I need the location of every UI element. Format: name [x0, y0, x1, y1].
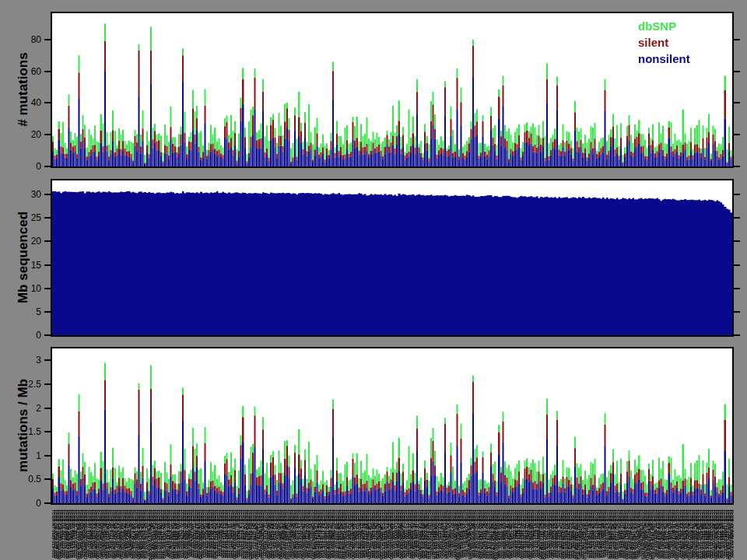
y-axis-label-mutation-counts: # mutations: [16, 4, 31, 175]
y-tick-left: [44, 288, 51, 289]
y-tick-left: [44, 71, 51, 72]
y-tick-left: [44, 383, 51, 385]
y-tick-label: 10: [0, 282, 41, 295]
y-tick-label: 0.5: [0, 473, 41, 485]
y-tick-right: [734, 134, 740, 135]
legend-item-dbsnp: dbSNP: [638, 18, 690, 34]
panel-mb-sequenced: [51, 179, 734, 337]
y-tick-left: [44, 102, 51, 103]
y-tick-right: [734, 194, 740, 195]
y-tick-left: [44, 478, 51, 480]
y-tick-label: 5: [0, 306, 41, 318]
sample-labels-canvas: [50, 509, 734, 560]
y-tick-label: 80: [0, 33, 41, 46]
panel-mutation-counts: [51, 12, 734, 168]
y-tick-label: 40: [0, 96, 41, 109]
y-tick-left: [44, 39, 51, 40]
y-tick-left: [44, 194, 51, 195]
y-tick-label: 1.5: [0, 425, 41, 438]
mb-sequenced-bars-canvas: [52, 180, 732, 335]
y-tick-right: [734, 217, 740, 219]
y-tick-label: 3: [0, 354, 41, 366]
y-tick-left: [44, 359, 51, 361]
y-tick-label: 60: [0, 65, 41, 78]
y-tick-right: [734, 264, 740, 266]
y-tick-left: [44, 334, 51, 336]
y-tick-label: 2.5: [0, 378, 41, 390]
y-tick-left: [44, 311, 51, 313]
y-tick-label: 15: [0, 259, 41, 271]
y-tick-label: 20: [0, 128, 41, 141]
legend-item-nonsilent: nonsilent: [638, 51, 690, 67]
y-tick-left: [44, 217, 51, 219]
y-tick-left: [44, 134, 51, 135]
y-tick-label: 0: [0, 497, 41, 509]
y-tick-right: [734, 240, 740, 242]
mutation-rate-bars-canvas: [52, 348, 732, 503]
y-tick-left: [44, 264, 51, 266]
legend: dbSNP silent nonsilent: [638, 18, 690, 67]
y-tick-left: [44, 408, 51, 409]
y-tick-right: [734, 311, 740, 313]
y-tick-label: 25: [0, 212, 41, 224]
y-tick-right: [734, 71, 740, 72]
y-tick-label: 20: [0, 235, 41, 247]
y-tick-right: [734, 102, 740, 103]
y-tick-label: 0: [0, 160, 41, 173]
mutation-rate-figure: # mutations Mb sequenced mutations / Mb …: [0, 0, 747, 560]
y-tick-right: [734, 166, 740, 167]
y-tick-right: [734, 39, 740, 40]
y-tick-left: [44, 502, 51, 504]
y-tick-label: 30: [0, 188, 41, 201]
legend-item-silent: silent: [638, 34, 690, 51]
y-tick-left: [44, 166, 51, 167]
mutation-counts-bars-canvas: [52, 13, 732, 166]
y-tick-left: [44, 431, 51, 432]
y-tick-label: 2: [0, 402, 41, 415]
y-tick-label: 0: [0, 329, 41, 341]
y-tick-left: [44, 455, 51, 457]
panel-mutation-rate: [51, 347, 734, 505]
y-tick-label: 1: [0, 450, 41, 462]
y-tick-right: [734, 334, 740, 336]
y-tick-left: [44, 240, 51, 242]
y-tick-right: [734, 288, 740, 289]
